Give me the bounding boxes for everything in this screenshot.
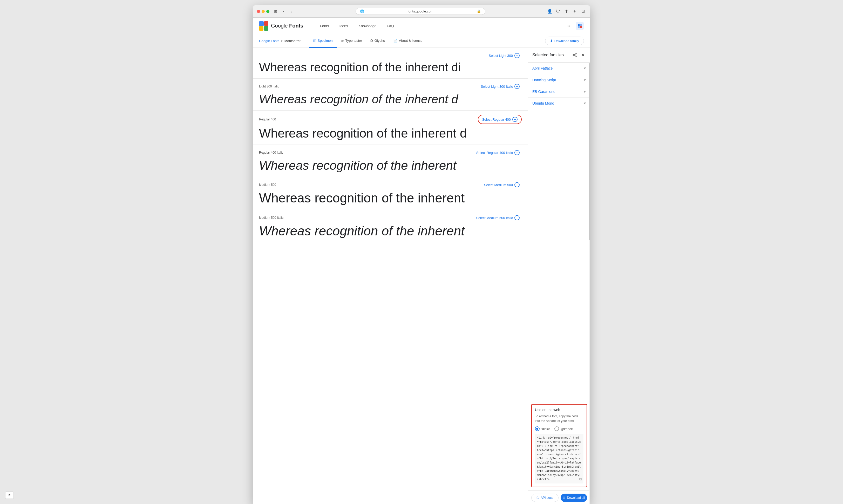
address-bar[interactable]: 🌐 fonts.google.com 🔒 (356, 8, 485, 15)
feedback-button[interactable]: ⚑ (5, 491, 14, 499)
sidebar-toggle-icon[interactable]: ⊞ (272, 8, 279, 15)
variant-label-regular-400: Regular 400 (259, 118, 276, 121)
minimize-button[interactable] (262, 10, 265, 13)
nav-knowledge[interactable]: Knowledge (354, 22, 380, 30)
use-on-web-description: To embed a font, copy the code into the … (535, 414, 584, 423)
family-name-eb-garamond: EB Garamond (532, 90, 555, 94)
api-docs-button[interactable]: ⬡ API docs (531, 493, 558, 502)
web-options: <link> @import (535, 427, 584, 431)
font-preview-light-300-italic: Whereas recognition of the inherent d (259, 92, 482, 106)
family-name-dancing: Dancing Script (532, 78, 556, 82)
use-on-web-panel: Use on the web To embed a font, copy the… (531, 404, 587, 487)
profile-icon[interactable]: 👤 (546, 8, 553, 15)
copy-code-icon[interactable]: ⧉ (579, 476, 582, 482)
tab-type-tester[interactable]: ≋ Type tester (337, 34, 366, 48)
select-light-300-button[interactable]: Select Light 300 + (487, 52, 522, 59)
info-icon: 📄 (393, 39, 397, 42)
shield-icon[interactable]: 🛡 (555, 8, 561, 15)
variant-label-regular-400-italic: Regular 400 Italic (259, 151, 283, 155)
globe-icon: 🌐 (360, 10, 364, 13)
svg-point-15 (575, 56, 576, 57)
nav-fonts[interactable]: Fonts (316, 22, 333, 30)
variant-label-light-300-italic: Light 300 Italic (259, 85, 279, 88)
font-preview-medium-500-italic: Whereas recognition of the inherent (259, 223, 482, 238)
breadcrumb-home[interactable]: Google Fonts (259, 39, 279, 43)
family-item-eb-garamond[interactable]: EB Garamond ∨ (528, 86, 590, 97)
svg-rect-3 (264, 26, 268, 31)
radio-import-indicator (554, 427, 559, 431)
tab-specimen[interactable]: ◫ Specimen (309, 34, 337, 48)
download-all-icon: ⬇ (563, 496, 565, 500)
select-medium-500-italic-button[interactable]: Select Medium 500 Italic + (474, 214, 522, 221)
family-item-dancing[interactable]: Dancing Script ∨ (528, 74, 590, 86)
svg-rect-2 (259, 26, 264, 31)
nav-right (564, 21, 584, 31)
font-content: Select Light 300 + Whereas recognition o… (253, 48, 528, 504)
plus-circle-icon-2: + (515, 84, 520, 89)
plus-circle-icon-4: + (515, 150, 520, 155)
svg-rect-11 (578, 26, 580, 28)
variant-label-medium-500: Medium 500 (259, 183, 276, 186)
new-tab-icon[interactable]: + (572, 8, 578, 15)
variant-header-medium-500: Medium 500 Select Medium 500 + (259, 181, 522, 188)
radio-link-option[interactable]: <link> (535, 427, 550, 431)
tab-glyphs[interactable]: Ω Glyphs (366, 34, 389, 48)
selected-families-icon[interactable] (576, 22, 584, 30)
family-item-ubuntu-mono[interactable]: Ubuntu Mono ∨ (528, 97, 590, 109)
browser-window: ⊞ ▾ ‹ 🌐 fonts.google.com 🔒 👤 🛡 ⬆ + ⊡ (253, 5, 590, 504)
chevron-down-icon[interactable]: ▾ (280, 8, 287, 15)
select-regular-400-italic-button[interactable]: Select Regular 400 Italic + (474, 149, 522, 156)
breadcrumb-separator: > (281, 39, 283, 43)
close-button[interactable] (257, 10, 260, 13)
top-nav: Google Fonts Fonts Icons Knowledge FAQ ⋯ (253, 18, 590, 34)
lock-icon: 🔒 (477, 10, 481, 13)
nav-icons[interactable]: Icons (335, 22, 352, 30)
chevron-down-icon-dancing: ∨ (584, 78, 586, 82)
variant-header-medium-500-italic: Medium 500 Italic Select Medium 500 Ital… (259, 214, 522, 221)
chevron-down-icon-abril: ∨ (584, 67, 586, 70)
embed-code-text: <link rel="preconnect" href="https://fon… (537, 436, 581, 481)
family-item-abril[interactable]: Abril Fatface ∨ (528, 62, 590, 74)
breadcrumb: Google Fonts > Montserrat (259, 39, 301, 43)
back-button[interactable]: ‹ (288, 8, 294, 15)
family-list: Abril Fatface ∨ Dancing Script ∨ EB Gara… (528, 62, 590, 401)
plus-circle-icon-3: + (512, 117, 518, 122)
download-icon: ⬇ (550, 39, 553, 43)
api-docs-icon: ⬡ (537, 496, 539, 500)
more-menu-button[interactable]: ⋯ (400, 21, 410, 31)
select-light-300-italic-button[interactable]: Select Light 300 Italic + (479, 83, 522, 90)
svg-rect-1 (264, 21, 268, 26)
select-medium-500-button[interactable]: Select Medium 500 + (482, 181, 522, 188)
type-tester-icon: ≋ (341, 39, 344, 42)
logo-area: Google Fonts (259, 21, 303, 31)
download-family-button[interactable]: ⬇ Download family (545, 37, 584, 45)
use-on-web-title: Use on the web (535, 408, 584, 412)
variant-header-light-300-italic: Light 300 Italic Select Light 300 Italic… (259, 83, 522, 90)
plus-circle-icon: + (515, 53, 520, 58)
titlebar-controls: ⊞ ▾ ‹ (272, 8, 294, 15)
nav-faq[interactable]: FAQ (382, 22, 398, 30)
glyphs-icon: Ω (370, 39, 373, 42)
maximize-button[interactable] (266, 10, 269, 13)
svg-rect-12 (580, 26, 582, 28)
theme-toggle-icon[interactable] (564, 21, 574, 31)
font-preview-medium-500: Whereas recognition of the inherent (259, 191, 482, 205)
radio-link-indicator (535, 427, 540, 431)
radio-import-option[interactable]: @import (554, 427, 573, 431)
tabs-icon[interactable]: ⊡ (580, 8, 586, 15)
download-all-button[interactable]: ⬇ Download all (561, 493, 587, 502)
chevron-down-icon-eb-garamond: ∨ (584, 90, 586, 93)
share-icon[interactable]: ⬆ (563, 8, 570, 15)
svg-point-14 (573, 54, 574, 56)
sidebar-title: Selected families (532, 53, 564, 57)
font-variant-medium-500-italic: Medium 500 Italic Select Medium 500 Ital… (253, 210, 528, 243)
url-text: fonts.google.com (366, 10, 475, 13)
titlebar-right: 👤 🛡 ⬆ + ⊡ (546, 8, 586, 15)
close-sidebar-icon[interactable]: ✕ (580, 52, 586, 58)
tab-about[interactable]: 📄 About & license (389, 34, 427, 48)
sidebar-icons: ✕ (572, 52, 586, 58)
font-preview-regular-400-italic: Whereas recognition of the inherent (259, 158, 482, 173)
logo-text: Google Fonts (271, 23, 303, 29)
share-families-icon[interactable] (572, 52, 578, 58)
select-regular-400-button[interactable]: Select Regular 400 + (478, 115, 522, 124)
